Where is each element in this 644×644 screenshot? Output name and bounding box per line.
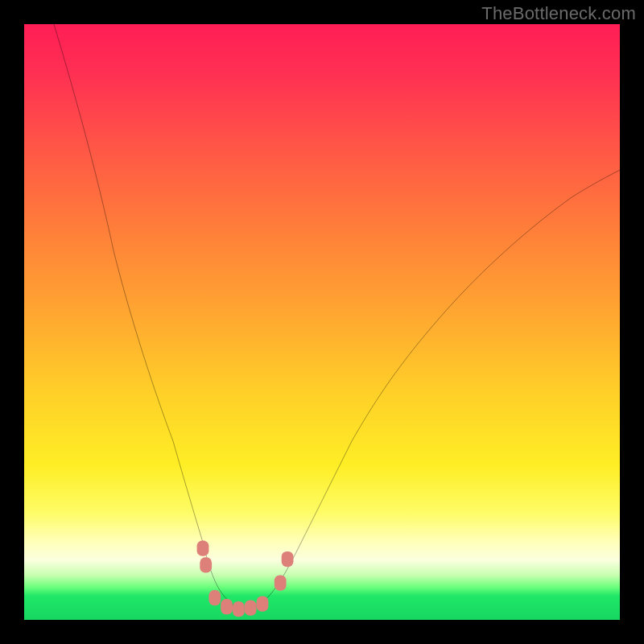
curve-layer (24, 24, 620, 620)
chart-frame: TheBottleneck.com (0, 0, 644, 644)
plot-area (24, 24, 620, 620)
svg-rect-2 (208, 590, 221, 605)
svg-rect-3 (221, 599, 233, 614)
trough-markers (197, 541, 294, 617)
svg-rect-6 (257, 596, 269, 611)
svg-rect-4 (233, 601, 245, 617)
watermark-text: TheBottleneck.com (481, 3, 636, 24)
svg-rect-7 (275, 576, 287, 591)
svg-rect-5 (245, 601, 257, 616)
svg-rect-0 (197, 541, 209, 556)
bottleneck-curve (54, 24, 620, 609)
svg-rect-8 (282, 551, 294, 567)
svg-rect-1 (200, 557, 212, 572)
